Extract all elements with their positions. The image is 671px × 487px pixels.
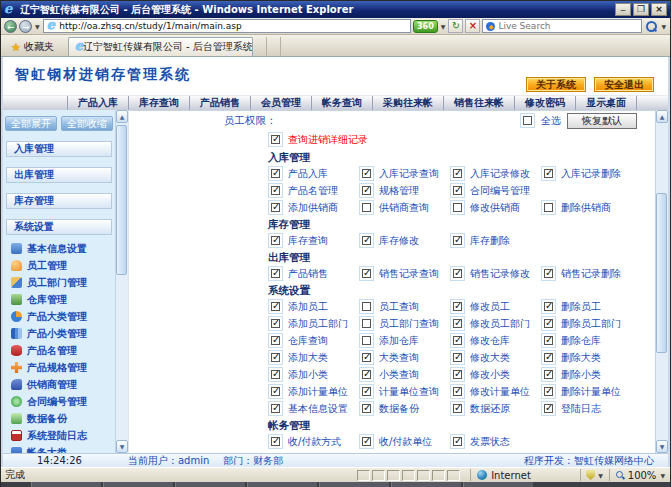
perm-checkbox[interactable] — [268, 384, 283, 399]
scrollbar-thumb[interactable] — [656, 193, 667, 353]
perm-checkbox[interactable] — [450, 367, 465, 382]
perm-checkbox[interactable] — [450, 299, 465, 314]
perm-checkbox[interactable] — [359, 367, 374, 382]
perm-checkbox[interactable] — [268, 316, 283, 331]
perm-checkbox[interactable] — [268, 434, 283, 449]
perm-checkbox[interactable] — [359, 233, 374, 248]
perm-checkbox[interactable] — [268, 299, 283, 314]
perm-checkbox[interactable] — [541, 166, 556, 181]
sidebar-item[interactable]: 合同编号管理 — [3, 393, 115, 410]
perm-checkbox[interactable] — [268, 183, 283, 198]
sidebar-item[interactable]: 产品小类管理 — [3, 325, 115, 342]
perm-checkbox[interactable] — [450, 200, 465, 215]
scroll-up-icon[interactable]: ▲ — [656, 110, 668, 123]
perm-checkbox[interactable] — [450, 183, 465, 198]
close-button[interactable] — [651, 3, 667, 16]
perm-checkbox[interactable] — [450, 384, 465, 399]
perm-checkbox[interactable] — [541, 367, 556, 382]
favorites-button[interactable]: ★ 收藏夹 — [5, 38, 60, 56]
perm-checkbox[interactable] — [359, 401, 374, 416]
perm-checkbox[interactable] — [541, 333, 556, 348]
perm-checkbox[interactable] — [268, 166, 283, 181]
perm-checkbox[interactable] — [541, 384, 556, 399]
perm-checkbox[interactable] — [359, 333, 374, 348]
browser-tab[interactable]: 辽宁智虹传媒有限公司 - 后台管理系统 — [68, 37, 253, 56]
perm-checkbox[interactable] — [359, 166, 374, 181]
perm-checkbox[interactable] — [268, 233, 283, 248]
nav-tab-1[interactable]: 库存查询 — [129, 96, 190, 110]
nav-tab-8[interactable]: 显示桌面 — [576, 96, 637, 110]
perm-checkbox[interactable] — [359, 200, 374, 215]
restore-button[interactable] — [633, 3, 649, 16]
search-dropdown-icon[interactable]: ▼ — [660, 23, 667, 30]
url-input[interactable] — [59, 21, 407, 31]
sidebar-item[interactable]: 仓库管理 — [3, 291, 115, 308]
sidebar-item[interactable]: 供销商管理 — [3, 376, 115, 393]
perm-checkbox[interactable] — [450, 166, 465, 181]
zoom-control[interactable]: 100% ▼ — [609, 469, 666, 481]
url-field[interactable] — [43, 19, 411, 33]
perm-checkbox[interactable] — [450, 233, 465, 248]
sidebar-item[interactable]: 产品名管理 — [3, 342, 115, 359]
badge-dropdown-icon[interactable]: ▼ — [440, 23, 447, 30]
safe-logout-button[interactable]: 安全退出 — [594, 77, 654, 92]
special-perm-checkbox[interactable] — [268, 132, 283, 147]
protected-mode[interactable]: ▼ — [580, 469, 609, 481]
sidebar-scrollbar[interactable]: ▲ ▼ — [115, 110, 128, 453]
sidebar-item[interactable]: 员工部门管理 — [3, 274, 115, 291]
perm-checkbox[interactable] — [450, 434, 465, 449]
about-system-button[interactable]: 关于系统 — [526, 77, 586, 92]
perm-checkbox[interactable] — [268, 200, 283, 215]
restore-default-button[interactable]: 恢复默认 — [567, 113, 637, 129]
perm-checkbox[interactable] — [450, 333, 465, 348]
perm-checkbox[interactable] — [359, 299, 374, 314]
sidebar-item[interactable]: 系统登陆日志 — [3, 427, 115, 444]
sidebar-item[interactable]: 基本信息设置 — [3, 240, 115, 257]
nav-tab-2[interactable]: 产品销售 — [190, 96, 251, 110]
perm-checkbox[interactable] — [359, 183, 374, 198]
sidebar-group-active[interactable]: 系统设置 — [6, 219, 112, 235]
select-all-checkbox[interactable] — [520, 113, 535, 128]
back-button[interactable] — [4, 20, 17, 33]
perm-checkbox[interactable] — [268, 350, 283, 365]
main-scrollbar[interactable]: ▲ ▼ — [655, 110, 668, 453]
scroll-down-icon[interactable]: ▼ — [116, 440, 128, 453]
nav-tab-6[interactable]: 销售往来帐 — [444, 96, 515, 110]
360-badge[interactable]: 360 — [413, 20, 438, 33]
sidebar-item[interactable]: 产品规格管理 — [3, 359, 115, 376]
perm-checkbox[interactable] — [541, 350, 556, 365]
nav-tab-7[interactable]: 修改密码 — [515, 96, 576, 110]
perm-checkbox[interactable] — [268, 266, 283, 281]
perm-checkbox[interactable] — [541, 266, 556, 281]
perm-checkbox[interactable] — [359, 384, 374, 399]
perm-checkbox[interactable] — [541, 316, 556, 331]
sidebar-group-2[interactable]: 库存管理 — [6, 193, 112, 209]
perm-checkbox[interactable] — [268, 367, 283, 382]
search-input[interactable] — [498, 21, 638, 31]
perm-checkbox[interactable] — [450, 316, 465, 331]
perm-checkbox[interactable] — [359, 350, 374, 365]
sidebar-item[interactable]: 数据备份 — [3, 410, 115, 427]
perm-checkbox[interactable] — [359, 434, 374, 449]
collapse-all-button[interactable]: 全部收缩 — [61, 116, 113, 131]
perm-checkbox[interactable] — [541, 200, 556, 215]
stop-button[interactable]: × — [465, 19, 480, 33]
perm-checkbox[interactable] — [450, 266, 465, 281]
scroll-up-icon[interactable]: ▲ — [116, 110, 128, 123]
sidebar-item[interactable]: 产品大类管理 — [3, 308, 115, 325]
protected-dropdown-icon[interactable]: ▼ — [597, 472, 604, 479]
perm-checkbox[interactable] — [541, 299, 556, 314]
sidebar-group-1[interactable]: 出库管理 — [6, 167, 112, 183]
perm-checkbox[interactable] — [541, 401, 556, 416]
forward-button[interactable] — [19, 20, 32, 33]
nav-tab-4[interactable]: 帐务查询 — [312, 96, 373, 110]
sidebar-group-0[interactable]: 入库管理 — [6, 141, 112, 157]
perm-checkbox[interactable] — [268, 401, 283, 416]
scroll-down-icon[interactable]: ▼ — [656, 440, 668, 453]
nav-tab-3[interactable]: 会员管理 — [251, 96, 312, 110]
search-box[interactable] — [482, 19, 642, 33]
history-dropdown-icon[interactable]: ▼ — [34, 23, 41, 30]
perm-checkbox[interactable] — [268, 333, 283, 348]
sidebar-item[interactable]: 帐务大类 — [3, 444, 115, 453]
nav-tab-0[interactable]: 产品入库 — [67, 96, 129, 110]
